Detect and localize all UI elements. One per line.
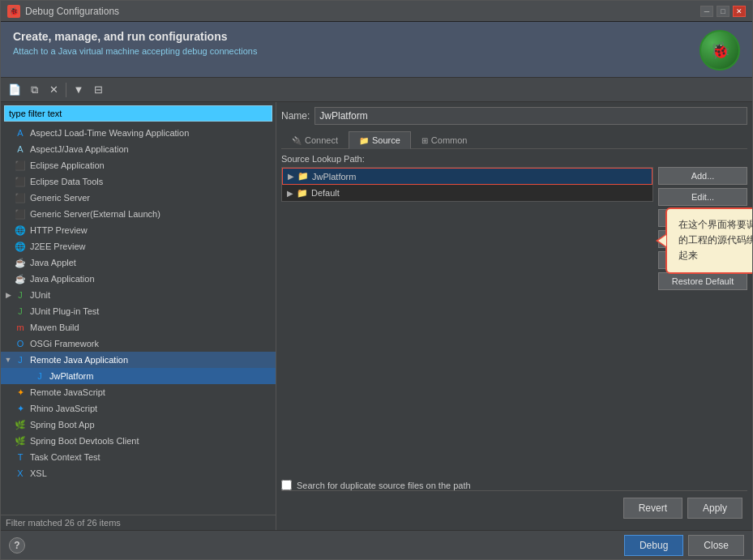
tree-item-osgi[interactable]: O OSGi Framework (1, 336, 276, 352)
tree-item-spring-devtools[interactable]: 🌿 Spring Boot Devtools Client (1, 433, 276, 449)
toolbar-separator (66, 83, 66, 97)
add-button[interactable]: Add... (658, 167, 747, 185)
tree-item-aspectj-java[interactable]: A AspectJ/Java Application (1, 141, 276, 157)
tree-item-label: Maven Build (30, 323, 79, 332)
source-tree-wrapper: ▶ 📁 JwPlatform ▶ 📁 Default (281, 167, 653, 475)
tree-item-maven[interactable]: m Maven Build (1, 319, 276, 336)
source-folder-icon: 📁 (297, 188, 308, 199)
tree-item-label: HTTP Preview (30, 225, 88, 235)
tree-item-jwplatform[interactable]: J JwPlatform (1, 368, 276, 384)
tree-item-generic-server[interactable]: ⬛ Generic Server (1, 190, 276, 206)
tree-item-remote-java[interactable]: ▼ J Remote Java Application (1, 352, 276, 368)
duplicate-source-label[interactable]: Search for duplicate source files on the… (297, 481, 471, 490)
tree-item-label: Spring Boot Devtools Client (30, 436, 139, 446)
name-label: Name: (281, 110, 310, 122)
header-title: Create, manage, and run configurations (13, 30, 257, 43)
debug-button[interactable]: Debug (624, 535, 683, 556)
http-icon: 🌐 (14, 224, 27, 237)
tree-item-rhino-js[interactable]: ✦ Rhino JavaScript (1, 400, 276, 417)
maven-icon: m (14, 321, 27, 334)
aspectj-java-icon: A (14, 143, 27, 156)
expand-icon (4, 207, 12, 220)
source-tree: ▶ 📁 JwPlatform ▶ 📁 Default (281, 167, 653, 202)
tree-item-label: Spring Boot App (30, 420, 95, 430)
junit-icon: J (14, 289, 27, 301)
close-button[interactable]: ✕ (733, 6, 746, 17)
expand-icon (4, 402, 12, 415)
tree-item-xsl[interactable]: X XSL (1, 465, 276, 481)
duplicate-config-button[interactable]: ⧉ (25, 81, 43, 99)
header-subtitle: Attach to a Java virtual machine accepti… (13, 46, 257, 56)
name-input[interactable] (314, 107, 747, 125)
close-dialog-button[interactable]: Close (688, 535, 744, 556)
tree-item-junit[interactable]: ▶ J JUnit (1, 287, 276, 303)
name-row: Name: (281, 107, 747, 125)
maximize-button[interactable]: □ (717, 6, 729, 17)
source-item-jwplatform[interactable]: ▶ 📁 JwPlatform (282, 168, 652, 185)
collapse-button[interactable]: ⊟ (89, 81, 107, 99)
header-text: Create, manage, and run configurations A… (13, 30, 257, 56)
edit-button[interactable]: Edit... (658, 188, 747, 206)
tree-item-j2ee[interactable]: 🌐 J2EE Preview (1, 238, 276, 254)
remote-java-icon: J (14, 353, 27, 366)
jwplatform-icon: J (33, 370, 46, 383)
tree-item-eclipse-data[interactable]: ⬛ Eclipse Data Tools (1, 173, 276, 190)
source-item-default[interactable]: ▶ 📁 Default (282, 185, 652, 201)
expand-icon (4, 175, 12, 188)
tree-item-generic-server-ext[interactable]: ⬛ Generic Server(External Launch) (1, 206, 276, 222)
generic-server-ext-icon: ⬛ (14, 207, 27, 220)
apply-button[interactable]: Apply (687, 498, 742, 519)
annotation-bubble-container: 在这个界面将要调试的工程的源代码绑定起来 (665, 207, 752, 274)
duplicate-source-checkbox[interactable] (281, 480, 292, 490)
delete-config-button[interactable]: ✕ (45, 81, 62, 99)
tree-item-eclipse-app[interactable]: ⬛ Eclipse Application (1, 157, 276, 173)
tree-item-label: J2EE Preview (30, 242, 85, 251)
restore-default-button[interactable]: Restore Default (658, 272, 747, 290)
tree-item-junit-plugin[interactable]: J JUnit Plug-in Test (1, 303, 276, 319)
title-bar: 🐞 Debug Configurations ─ □ ✕ (1, 1, 752, 22)
minimize-button[interactable]: ─ (700, 6, 713, 17)
eclipse-app-icon: ⬛ (14, 159, 27, 172)
window-title: Debug Configurations (25, 6, 700, 17)
tree-item-java-applet[interactable]: ☕ Java Applet (1, 254, 276, 271)
xsl-icon: X (14, 467, 27, 480)
expand-icon (4, 386, 12, 399)
tree-item-label: Generic Server (30, 193, 90, 203)
tab-common[interactable]: ⊞ Common (411, 131, 478, 148)
footer-right-buttons: Debug Close (624, 535, 744, 556)
filter-status: Filter matched 26 of 26 items (1, 515, 276, 530)
revert-button[interactable]: Revert (623, 498, 682, 519)
tree-item-label: Task Context Test (30, 452, 101, 462)
tab-common-label: Common (431, 135, 468, 145)
tab-source[interactable]: 📁 Source (349, 131, 411, 149)
tree-item-label: XSL (30, 468, 47, 478)
tree-item-label: Eclipse Data Tools (30, 177, 103, 186)
expand-icon (4, 418, 12, 431)
tabs-row: 🔌 Connect 📁 Source ⊞ Common (281, 131, 747, 149)
expand-icon (4, 143, 12, 156)
tab-connect-label: Connect (305, 135, 338, 145)
tree-item-label: AspectJ Load-Time Weaving Application (30, 128, 189, 138)
tree-item-java-app[interactable]: ☕ Java Application (1, 271, 276, 287)
expand-icon: ▶ (4, 289, 12, 301)
task-context-icon: T (14, 451, 27, 464)
tree-item-aspectj-load[interactable]: A AspectJ Load-Time Weaving Application (1, 125, 276, 141)
footer-bar: ? Debug Close (1, 530, 752, 559)
expand-icon: ▶ (288, 172, 294, 181)
tree-item-label: Remote Java Application (30, 355, 128, 365)
window-icon: 🐞 (7, 5, 20, 18)
expand-icon (4, 434, 12, 447)
tree-item-task-context[interactable]: T Task Context Test (1, 449, 276, 465)
tree-item-remote-js[interactable]: ✦ Remote JavaScript (1, 384, 276, 400)
source-tab-icon: 📁 (359, 136, 369, 145)
tab-connect[interactable]: 🔌 Connect (281, 131, 349, 148)
filter-input[interactable] (4, 105, 272, 122)
help-button[interactable]: ? (9, 537, 25, 554)
tree-item-http[interactable]: 🌐 HTTP Preview (1, 222, 276, 238)
source-panel: Source Lookup Path: ▶ 📁 JwPlatform (281, 154, 747, 490)
connect-tab-icon: 🔌 (292, 136, 302, 145)
new-config-button[interactable]: 📄 (6, 81, 24, 99)
tree-item-spring-boot[interactable]: 🌿 Spring Boot App (1, 417, 276, 433)
expand-icon (4, 321, 12, 334)
filter-button[interactable]: ▼ (70, 81, 88, 99)
